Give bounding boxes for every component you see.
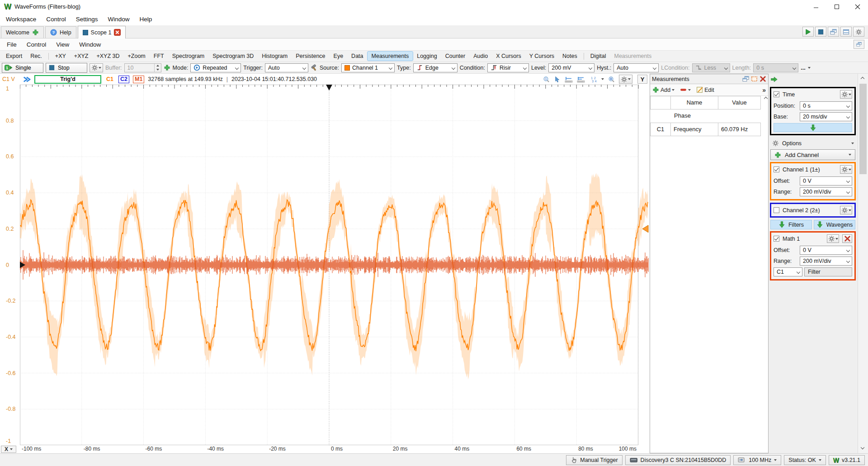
quad-view-icon[interactable]: 1234: [589, 76, 597, 83]
channel2-badge[interactable]: C2: [118, 76, 129, 83]
toolbar-item-x-cursors-17[interactable]: X Cursors: [492, 52, 525, 61]
tab-help[interactable]: ? Help: [45, 26, 76, 38]
edit-measurement-icon[interactable]: [696, 86, 703, 93]
version-button[interactable]: W v3.21.1: [829, 455, 865, 465]
time-checkbox[interactable]: [774, 91, 779, 97]
scroll-down-icon[interactable]: [861, 446, 864, 449]
toolbar-item--xyz-3[interactable]: +XYZ: [70, 52, 93, 61]
scope-menu-file[interactable]: File: [2, 39, 22, 50]
toolbar-item-eye-11[interactable]: Eye: [330, 52, 348, 61]
toolbar-item-persistence-10[interactable]: Persistence: [292, 52, 329, 61]
device-button[interactable]: Discovery3 C SN:210415B5D0DD: [625, 455, 731, 465]
channel1-settings-button[interactable]: [840, 165, 852, 174]
view-caret-icon[interactable]: [601, 78, 604, 80]
toolbar-item-spectrogram-3d-8[interactable]: Spectrogram 3D: [208, 52, 258, 61]
buffer-settings-button[interactable]: [90, 63, 103, 72]
pointer-tool-icon[interactable]: [554, 76, 561, 83]
toolbar-item-logging-14[interactable]: Logging: [413, 52, 441, 61]
wavegens-button[interactable]: Wavegens: [814, 220, 855, 229]
math1-delete-button[interactable]: [842, 234, 852, 243]
status-button[interactable]: Status: OK: [784, 455, 826, 465]
scope-menu-window[interactable]: Window: [74, 39, 106, 50]
add-instrument-icon[interactable]: [32, 29, 39, 36]
toolbar-item-data-12[interactable]: Data: [347, 52, 367, 61]
toolbar-item-export-0[interactable]: Export: [2, 52, 26, 61]
collapse-panel-icon[interactable]: [771, 76, 778, 83]
remove-measurement-icon[interactable]: [680, 86, 687, 93]
toolbar-item-histogram-9[interactable]: Histogram: [258, 52, 292, 61]
buffer-spin-buttons[interactable]: [154, 64, 161, 72]
trigger-select[interactable]: Auto: [265, 63, 308, 72]
zoom-fit-icon[interactable]: [608, 76, 615, 83]
tile-windows-button[interactable]: [840, 27, 852, 37]
run-all-button[interactable]: [802, 27, 814, 37]
math1-badge[interactable]: M1: [133, 76, 144, 83]
add-acquisition-icon[interactable]: [164, 64, 170, 71]
channel1-badge[interactable]: C1: [105, 76, 115, 83]
toolbar-item-measurements-13[interactable]: Measurements: [368, 52, 413, 61]
cascade-windows-button[interactable]: [828, 27, 839, 37]
horizontal-measure-icon[interactable]: [565, 76, 573, 83]
math1-range-select[interactable]: 200 mV/div: [800, 257, 852, 266]
stop-button[interactable]: Stop: [46, 63, 87, 73]
hysteresis-select[interactable]: Auto: [613, 63, 659, 72]
scroll-up-icon[interactable]: [861, 77, 864, 81]
scope-menu-view[interactable]: View: [51, 39, 74, 50]
toolbar-item-rec--1[interactable]: Rec.: [26, 52, 46, 61]
math1-checkbox[interactable]: [774, 236, 779, 242]
time-settings-button[interactable]: [840, 90, 852, 99]
manual-trigger-button[interactable]: Manual Trigger: [566, 455, 622, 465]
filters-button[interactable]: Filters: [770, 220, 812, 229]
time-collapse-button[interactable]: [774, 123, 852, 132]
plot-settings-button[interactable]: [619, 75, 632, 84]
scope-plot[interactable]: [20, 85, 650, 445]
level-select[interactable]: 200 mV: [548, 63, 594, 72]
menu-help[interactable]: Help: [135, 14, 157, 24]
y-axis-button[interactable]: Y: [637, 75, 647, 84]
caret-down-icon[interactable]: [672, 89, 675, 91]
tab-scope-1[interactable]: Scope 1: [78, 26, 126, 38]
caret-down-icon[interactable]: [808, 67, 811, 69]
measurement-row[interactable]: Phase: [651, 109, 768, 123]
add-measurement-label[interactable]: Add: [660, 87, 670, 93]
app-settings-button[interactable]: [853, 27, 864, 37]
toolbar-item-digital-20[interactable]: Digital: [586, 52, 610, 61]
toolbar-item-audio-16[interactable]: Audio: [469, 52, 492, 61]
dock-panel-icon[interactable]: [751, 76, 758, 82]
add-measurement-icon[interactable]: [652, 86, 659, 93]
menu-control[interactable]: Control: [41, 14, 71, 24]
vertical-measure-icon[interactable]: [577, 76, 585, 83]
toolbar-item--zoom-5[interactable]: +Zoom: [124, 52, 150, 61]
math1-source-select[interactable]: C1: [774, 267, 802, 276]
channel1-offset-select[interactable]: 0 V: [800, 176, 852, 185]
math1-offset-select[interactable]: 0 V: [800, 246, 852, 255]
zoom-one-icon[interactable]: 1: [543, 76, 550, 83]
close-tab-icon[interactable]: [114, 29, 121, 36]
toolbar-item-counter-15[interactable]: Counter: [441, 52, 469, 61]
toolbar-item-fft-6[interactable]: FFT: [150, 52, 168, 61]
math1-filter-button[interactable]: Filter: [804, 267, 852, 276]
single-button[interactable]: 1 Single: [2, 63, 43, 73]
toolbar-item-y-cursors-18[interactable]: Y Cursors: [525, 52, 558, 61]
float-panel-icon[interactable]: [742, 76, 749, 82]
source-select[interactable]: Channel 1: [341, 63, 395, 72]
type-select[interactable]: Edge: [413, 63, 458, 72]
channel2-settings-button[interactable]: [840, 206, 852, 214]
menu-window[interactable]: Window: [103, 14, 135, 24]
toolbar-item--xyz-3d-4[interactable]: +XYZ 3D: [92, 52, 123, 61]
waveform-canvas[interactable]: [20, 85, 650, 445]
channel1-range-select[interactable]: 200 mV/div: [800, 187, 852, 196]
position-select[interactable]: 0 s: [800, 101, 852, 110]
measurements-overflow-button[interactable]: »: [762, 86, 766, 94]
close-panel-icon[interactable]: [760, 76, 766, 82]
toolbar-item-notes-19[interactable]: Notes: [558, 52, 581, 61]
restore-instrument-button[interactable]: [854, 40, 864, 49]
channel1-checkbox[interactable]: [774, 166, 779, 172]
condition-select[interactable]: Risir: [487, 63, 529, 72]
base-select[interactable]: 20 ms/div: [800, 112, 852, 121]
x-axis-button[interactable]: X: [1, 446, 16, 453]
measurement-row[interactable]: C1Frequency60.079 Hz: [651, 123, 768, 136]
buffer-stepper[interactable]: 10: [124, 63, 161, 72]
panel-scrollbar[interactable]: [858, 74, 868, 453]
menu-settings[interactable]: Settings: [71, 14, 103, 24]
